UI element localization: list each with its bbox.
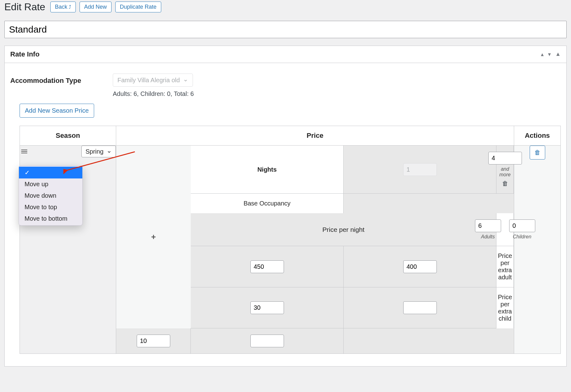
panel-collapse-icon[interactable]: ▲ xyxy=(555,51,561,58)
nights-input-2[interactable] xyxy=(488,152,522,164)
col-header-price: Price xyxy=(116,126,514,146)
panel-down-icon[interactable]: ▾ xyxy=(548,51,551,58)
base-occupancy-label: Base Occupancy xyxy=(244,200,290,207)
season-select[interactable]: Spring xyxy=(81,146,116,157)
add-night-column-button[interactable]: + xyxy=(116,146,191,328)
delete-column-icon[interactable] xyxy=(502,180,508,187)
children-input[interactable] xyxy=(509,219,535,232)
back-button[interactable]: Back xyxy=(50,2,76,12)
adults-input[interactable] xyxy=(475,219,501,232)
extra-child-price-2-input[interactable] xyxy=(250,335,284,347)
price-per-night-header: Price per night xyxy=(191,213,496,246)
extra-child-label: Price per extra child xyxy=(496,287,514,328)
accommodation-type-select[interactable]: Family Villa Alegria old xyxy=(113,74,193,87)
col-header-actions: Actions xyxy=(514,126,561,146)
nights-label: Nights xyxy=(191,146,344,194)
accommodation-type-value: Family Villa Alegria old xyxy=(117,77,180,84)
season-select-value: Spring xyxy=(85,148,103,155)
trash-icon xyxy=(534,149,541,156)
move-menu-item-up[interactable]: Move up xyxy=(19,178,82,190)
children-caption: Children xyxy=(513,234,532,240)
price-night-1-input[interactable] xyxy=(250,260,284,273)
delete-row-button[interactable] xyxy=(530,146,545,160)
nights-input-1 xyxy=(403,163,437,176)
move-menu-item-selected[interactable]: ✓ xyxy=(19,167,82,178)
add-new-season-price-button[interactable]: Add New Season Price xyxy=(20,104,94,118)
drag-handle-icon[interactable] xyxy=(20,148,29,155)
duplicate-rate-button[interactable]: Duplicate Rate xyxy=(115,2,161,12)
extra-adult-price-2-input[interactable] xyxy=(403,301,437,314)
move-menu: ✓ Move up Move down Move to top Move to … xyxy=(19,165,83,226)
chevron-down-icon xyxy=(183,76,188,84)
extra-adult-price-1-input[interactable] xyxy=(250,301,284,314)
add-new-button[interactable]: Add New xyxy=(80,2,112,12)
extra-child-price-1-input[interactable] xyxy=(137,335,170,347)
move-menu-item-bottom[interactable]: Move to bottom xyxy=(19,213,82,224)
extra-adult-label: Price per extra adult xyxy=(496,246,514,287)
col-header-season: Season xyxy=(20,126,116,146)
page-title: Edit Rate xyxy=(4,1,45,13)
panel-up-icon[interactable]: ▴ xyxy=(541,51,544,58)
price-night-2-input[interactable] xyxy=(403,260,437,273)
move-menu-item-top[interactable]: Move to top xyxy=(19,201,82,213)
adults-caption: Adults xyxy=(481,234,495,240)
panel-title: Rate Info xyxy=(10,50,39,58)
move-menu-item-down[interactable]: Move down xyxy=(19,190,82,201)
rate-name-input[interactable] xyxy=(4,21,567,38)
accommodation-type-label: Accommodation Type xyxy=(10,74,113,85)
accommodation-summary: Adults: 6, Children: 0, Total: 6 xyxy=(113,90,561,97)
base-occupancy-label-cell: Base Occupancy xyxy=(191,194,344,213)
chevron-down-icon xyxy=(107,148,112,155)
and-more-label: and more xyxy=(499,166,510,178)
season-row: Spring xyxy=(20,146,561,354)
